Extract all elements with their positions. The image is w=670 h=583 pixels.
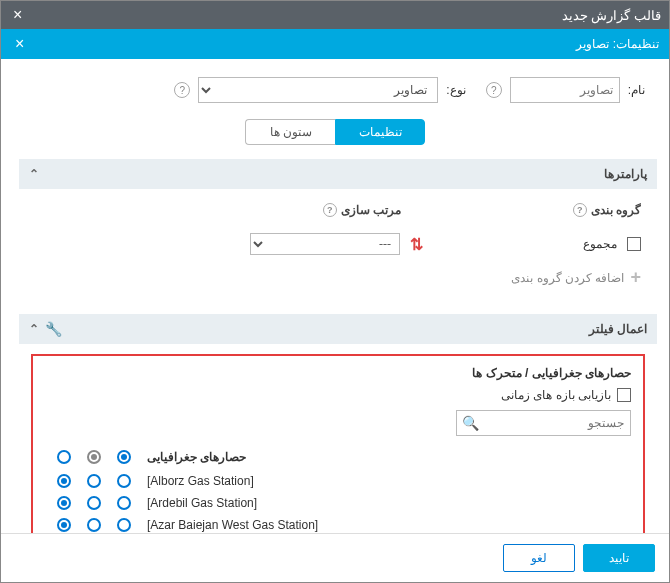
panel-parameters-title: پارامترها — [604, 167, 647, 181]
geo-row-radio-include[interactable] — [87, 518, 101, 532]
geo-row-label: [Alborz Gas Station] — [147, 474, 254, 488]
panel-filters-header[interactable]: اعمال فیلتر 🔧 ⌃ — [19, 314, 657, 344]
search-wrap: 🔍 — [456, 410, 631, 436]
tab-columns[interactable]: ستون ها — [245, 119, 335, 145]
sort-direction-icon[interactable]: ⇅ — [410, 235, 423, 254]
geo-row-radio-none[interactable] — [117, 496, 131, 510]
search-input[interactable] — [456, 410, 631, 436]
type-label: نوع: — [446, 83, 465, 97]
sort-column-header: مرتب سازی ? — [323, 203, 401, 217]
retrieve-row: بازیابی بازه های زمانی — [45, 388, 631, 402]
outer-title: قالب گزارش جدید — [26, 8, 661, 23]
panels-scroll[interactable]: پارامترها ⌃ گروه بندی ? مرتب سازی ? — [1, 159, 669, 533]
name-label: نام: — [628, 83, 645, 97]
geo-row-radio-exclude[interactable] — [57, 496, 71, 510]
content-area: نام: ? نوع: تصاویر ? تنظیمات ستون ها پار… — [1, 59, 669, 582]
sort-help-icon[interactable]: ? — [323, 203, 337, 217]
form-row: نام: ? نوع: تصاویر ? — [1, 59, 669, 111]
inner-titlebar: تنظیمات: تصاویر × — [1, 29, 669, 59]
type-help-icon[interactable]: ? — [174, 82, 190, 98]
geo-row-radio-none[interactable] — [117, 474, 131, 488]
inner-title: تنظیمات: تصاویر — [28, 37, 659, 51]
geo-row-radio-exclude[interactable] — [57, 518, 71, 532]
close-outer-button[interactable]: × — [9, 6, 26, 24]
group-row: مجموع ⇅ --- — [31, 227, 645, 261]
chevron-up-icon: ⌃ — [29, 322, 39, 336]
ok-button[interactable]: تایید — [583, 544, 655, 572]
geo-row-radio-none[interactable] — [117, 518, 131, 532]
panel-filters-body: حصارهای جغرافیایی / متحرک ها بازیابی باز… — [19, 344, 657, 533]
tab-settings[interactable]: تنظیمات — [335, 119, 425, 145]
geo-row-radio-include[interactable] — [87, 474, 101, 488]
geo-row: [Azar Baiejan West Gas Station] — [45, 514, 631, 533]
geo-filter-title: حصارهای جغرافیایی / متحرک ها — [45, 366, 631, 380]
geo-header-label: حصارهای جغرافیایی — [147, 450, 246, 464]
retrieve-checkbox[interactable] — [617, 388, 631, 402]
panel-filters-title: اعمال فیلتر — [589, 322, 647, 336]
group-help-icon[interactable]: ? — [573, 203, 587, 217]
group-value: مجموع — [583, 237, 617, 251]
panel-parameters-header[interactable]: پارامترها ⌃ — [19, 159, 657, 189]
group-checkbox[interactable] — [627, 237, 641, 251]
close-inner-button[interactable]: × — [11, 35, 28, 53]
add-group-label: اضافه کردن گروه بندی — [511, 271, 624, 285]
geo-header-radio-include[interactable] — [87, 450, 101, 464]
geo-header-radio-all[interactable] — [117, 450, 131, 464]
type-select[interactable]: تصاویر — [198, 77, 438, 103]
name-input[interactable] — [510, 77, 620, 103]
retrieve-label: بازیابی بازه های زمانی — [501, 388, 611, 402]
outer-titlebar: قالب گزارش جدید × — [1, 1, 669, 29]
report-template-dialog: قالب گزارش جدید × تنظیمات: تصاویر × نام:… — [0, 0, 670, 583]
geo-row: [Alborz Gas Station] — [45, 470, 631, 492]
name-help-icon[interactable]: ? — [486, 82, 502, 98]
tab-row: تنظیمات ستون ها — [1, 111, 669, 159]
geo-header-row: حصارهای جغرافیایی — [45, 446, 631, 470]
sort-select[interactable]: --- — [250, 233, 400, 255]
add-group-button[interactable]: + اضافه کردن گروه بندی — [31, 261, 645, 294]
wrench-icon[interactable]: 🔧 — [39, 321, 62, 337]
cancel-button[interactable]: لغو — [503, 544, 575, 572]
geo-header-radio-exclude[interactable] — [57, 450, 71, 464]
geo-row-radio-exclude[interactable] — [57, 474, 71, 488]
chevron-up-icon: ⌃ — [29, 167, 39, 181]
panel-filters: اعمال فیلتر 🔧 ⌃ حصارهای جغرافیایی / متحر… — [19, 314, 657, 533]
panel-parameters: پارامترها ⌃ گروه بندی ? مرتب سازی ? — [19, 159, 657, 304]
geo-row-radio-include[interactable] — [87, 496, 101, 510]
geo-row: [Ardebil Gas Station] — [45, 492, 631, 514]
group-column-header: گروه بندی ? — [441, 203, 641, 217]
panel-parameters-body: گروه بندی ? مرتب سازی ? مجموع ⇅ - — [19, 189, 657, 304]
plus-icon: + — [630, 267, 641, 288]
geo-row-label: [Azar Baiejan West Gas Station] — [147, 518, 318, 532]
dialog-footer: تایید لغو — [1, 533, 669, 582]
geo-filter-box: حصارهای جغرافیایی / متحرک ها بازیابی باز… — [31, 354, 645, 533]
geo-row-label: [Ardebil Gas Station] — [147, 496, 257, 510]
